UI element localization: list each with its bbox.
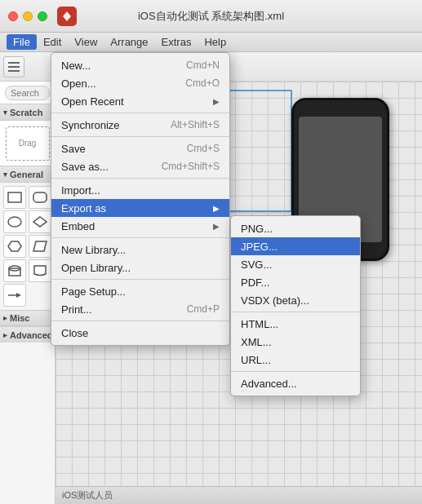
phone-mockup <box>291 98 389 261</box>
scratch-label: Scratch <box>10 108 42 117</box>
svg-marker-6 <box>33 217 47 227</box>
general-section-header[interactable]: ▾ General <box>0 166 55 183</box>
sidebar-toggle-btn[interactable] <box>3 56 24 77</box>
bottom-bar: iOS测试人员 <box>56 486 422 504</box>
canvas-label: iOS测试人员 <box>62 489 113 502</box>
menu-edit[interactable]: Edit <box>37 34 68 50</box>
export-arrow-icon: ▶ <box>213 204 220 213</box>
menu-page-setup[interactable]: Page Setup... <box>51 282 229 300</box>
traffic-lights <box>8 11 47 21</box>
svg-marker-7 <box>8 241 21 251</box>
misc-section-header[interactable]: ▸ Misc <box>0 310 55 326</box>
svg-marker-12 <box>16 293 21 298</box>
menu-new-library[interactable]: New Library... <box>51 241 229 259</box>
shape-arrow[interactable] <box>3 284 26 307</box>
shape-ellipse[interactable] <box>3 210 26 233</box>
separator-5 <box>51 279 229 280</box>
scratch-content: Drag <box>0 121 55 166</box>
separator-3 <box>51 178 229 179</box>
search-input[interactable] <box>5 86 50 100</box>
menu-bar: File Edit View Arrange Extras Help <box>0 33 422 52</box>
menu-new[interactable]: New... Cmd+N <box>51 56 229 74</box>
scratch-section-header[interactable]: ▾ Scratch <box>0 104 55 121</box>
menu-help[interactable]: Help <box>198 34 233 50</box>
open-recent-arrow-icon: ▶ <box>213 97 220 106</box>
menu-save[interactable]: Save Cmd+S <box>51 139 229 157</box>
advanced-section-header[interactable]: ▸ Advanced <box>0 326 55 343</box>
shape-parallelogram[interactable] <box>29 235 51 258</box>
menu-arrange[interactable]: Arrange <box>104 34 154 50</box>
shape-document[interactable] <box>29 259 51 282</box>
menu-export-as[interactable]: Export as ▶ <box>51 199 229 217</box>
svg-rect-3 <box>8 192 21 202</box>
svg-point-5 <box>8 217 21 227</box>
scratch-drag-label: Drag <box>19 139 37 148</box>
svg-rect-2 <box>8 70 20 72</box>
embed-arrow-icon: ▶ <box>213 222 220 231</box>
svg-marker-8 <box>33 241 47 251</box>
phone-screen <box>299 117 382 242</box>
maximize-button[interactable] <box>38 11 47 21</box>
search-bar <box>0 82 55 104</box>
shape-hexagon[interactable] <box>3 235 26 258</box>
separator-1 <box>51 113 229 113</box>
sidebar-toolbar <box>0 52 55 82</box>
menu-save-as[interactable]: Save as... Cmd+Shift+S <box>51 157 229 175</box>
menu-embed[interactable]: Embed ▶ <box>51 217 229 235</box>
scratch-placeholder: Drag <box>6 126 50 161</box>
separator-2 <box>51 136 229 137</box>
shape-diamond[interactable] <box>29 210 51 233</box>
title-bar: iOS自动化测试 系统架构图.xml <box>0 0 422 33</box>
svg-rect-4 <box>33 192 47 202</box>
sidebar: ▾ Scratch Drag ▾ General <box>0 52 56 504</box>
general-arrow-icon: ▾ <box>3 170 7 179</box>
menu-open[interactable]: Open... Cmd+O <box>51 74 229 92</box>
shape-rounded-rect[interactable] <box>29 186 51 209</box>
shape-rect[interactable] <box>3 186 26 209</box>
menu-open-library[interactable]: Open Library... <box>51 259 229 276</box>
menu-synchronize[interactable]: Synchronize Alt+Shift+S <box>51 116 229 134</box>
menu-open-recent[interactable]: Open Recent ▶ <box>51 92 229 110</box>
minimize-button[interactable] <box>23 11 33 21</box>
general-label: General <box>10 170 43 179</box>
svg-rect-1 <box>8 66 20 68</box>
menu-view[interactable]: View <box>68 34 104 50</box>
menu-print[interactable]: Print... Cmd+P <box>51 300 229 318</box>
menu-file[interactable]: File <box>7 34 37 50</box>
separator-6 <box>51 321 229 321</box>
window-title: iOS自动化测试 系统架构图.xml <box>138 9 284 24</box>
shape-grid <box>0 183 55 310</box>
close-button[interactable] <box>8 11 18 21</box>
misc-arrow-icon: ▸ <box>3 314 7 322</box>
menu-import[interactable]: Import... <box>51 181 229 199</box>
misc-label: Misc <box>10 313 29 323</box>
file-dropdown: New... Cmd+N Open... Cmd+O Open Recent ▶… <box>51 52 230 346</box>
menu-extras[interactable]: Extras <box>155 34 198 50</box>
scratch-arrow-icon: ▾ <box>3 108 7 117</box>
advanced-label: Advanced <box>10 330 53 340</box>
svg-rect-0 <box>8 62 20 64</box>
advanced-arrow-icon: ▸ <box>3 331 7 339</box>
shape-cylinder[interactable] <box>3 259 26 282</box>
separator-4 <box>51 237 229 238</box>
app-icon <box>57 7 77 26</box>
menu-close[interactable]: Close <box>51 324 229 342</box>
